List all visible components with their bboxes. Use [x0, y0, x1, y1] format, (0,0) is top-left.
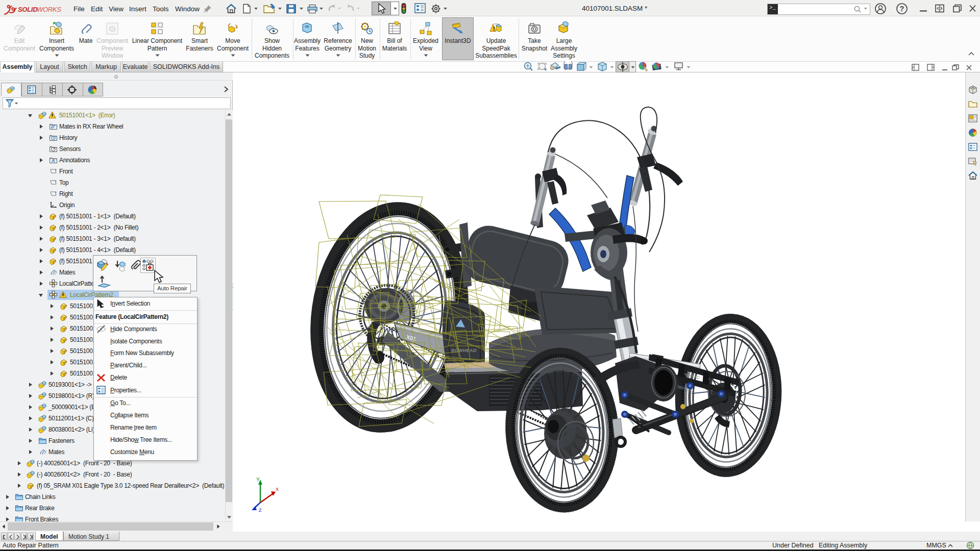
- svg-text:WORKS: WORKS: [37, 6, 61, 13]
- svg-text:?: ?: [900, 5, 904, 13]
- svg-text:X: X: [276, 487, 279, 492]
- svg-text:A: A: [52, 158, 55, 163]
- svg-text:Z: Z: [259, 508, 262, 513]
- svg-text:Y: Y: [256, 477, 260, 483]
- svg-text:SOLID: SOLID: [18, 6, 38, 13]
